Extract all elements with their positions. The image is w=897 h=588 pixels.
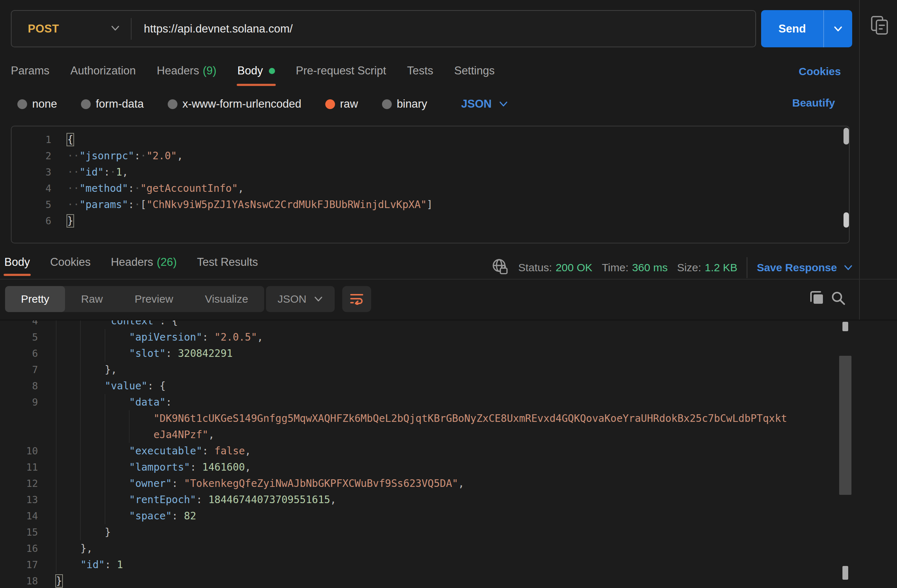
request-language-select[interactable]: JSON bbox=[461, 98, 508, 110]
indent-guide bbox=[80, 524, 81, 540]
copy-response-icon[interactable] bbox=[808, 290, 825, 308]
line-number: 11 bbox=[0, 459, 38, 475]
view-raw[interactable]: Raw bbox=[65, 286, 119, 312]
request-tabs: ParamsAuthorizationHeaders(9)BodyPre-req… bbox=[11, 64, 495, 86]
app-window: POST https://api.devnet.solana.com/ Send… bbox=[0, 0, 897, 588]
response-editor-scrollbar[interactable] bbox=[839, 356, 851, 495]
indent-guide bbox=[80, 443, 81, 459]
save-response-label: Save Response bbox=[757, 261, 837, 274]
code-text: "space": 82 bbox=[56, 508, 897, 524]
request-editor-overview-mark bbox=[843, 212, 849, 228]
indent-guide bbox=[80, 426, 81, 443]
wrap-lines-button[interactable] bbox=[342, 286, 371, 312]
code-text: "context": { bbox=[56, 320, 897, 329]
line-number: 13 bbox=[0, 492, 38, 508]
method-url-divider bbox=[131, 18, 132, 40]
code-line: 4··"method":·"getAccountInfo", bbox=[12, 180, 849, 197]
radio-circle-icon bbox=[168, 99, 178, 109]
indent-guide bbox=[129, 410, 129, 426]
tab-settings[interactable]: Settings bbox=[454, 64, 495, 86]
line-number: 5 bbox=[12, 197, 51, 213]
code-line: 4 "context": { bbox=[0, 320, 897, 329]
code-text: ··"params":·["ChNkv9iW5pZJ1YAsNswC2CrdMU… bbox=[67, 197, 849, 213]
globe-lock-icon bbox=[491, 258, 509, 277]
code-line: 2··"jsonrpc":·"2.0", bbox=[12, 148, 849, 164]
code-line: 10 "executable": false, bbox=[0, 443, 897, 459]
radio-none[interactable]: none bbox=[17, 98, 57, 110]
time-value: 360 ms bbox=[632, 261, 667, 274]
line-number: 8 bbox=[0, 378, 38, 394]
tab-headers[interactable]: Headers(9) bbox=[157, 64, 216, 86]
code-line: 6} bbox=[12, 213, 849, 229]
code-text: "rentEpoch": 18446744073709551615, bbox=[56, 492, 897, 508]
response-body-editor[interactable]: 4 "context": {5 "apiVersion": "2.0.5",6 … bbox=[0, 320, 897, 588]
radio-x-www-form-urlencoded[interactable]: x-www-form-urlencoded bbox=[168, 98, 302, 110]
code-line: 5··"params":·["ChNkv9iW5pZJ1YAsNswC2CrdM… bbox=[12, 197, 849, 213]
tab-pre-request-script[interactable]: Pre-request Script bbox=[296, 64, 386, 86]
radio-form-data[interactable]: form-data bbox=[81, 98, 144, 110]
indent-guide bbox=[56, 443, 57, 459]
line-number: 6 bbox=[0, 345, 38, 362]
code-text: "data": bbox=[56, 394, 897, 410]
request-editor-scrollbar[interactable] bbox=[843, 128, 849, 145]
line-number: 1 bbox=[12, 131, 51, 148]
method-select[interactable]: POST bbox=[12, 22, 131, 35]
code-text: "value": { bbox=[56, 378, 897, 394]
tab-cookies[interactable]: Cookies bbox=[50, 256, 91, 276]
tab-body[interactable]: Body bbox=[5, 256, 30, 276]
line-number: 4 bbox=[0, 320, 38, 329]
tab-headers[interactable]: Headers(26) bbox=[111, 256, 177, 276]
save-response-button[interactable]: Save Response bbox=[757, 261, 853, 274]
response-language-select[interactable]: JSON bbox=[266, 286, 335, 312]
indent-guide bbox=[80, 475, 81, 492]
url-input[interactable]: https://api.devnet.solana.com/ bbox=[144, 22, 293, 35]
view-pretty[interactable]: Pretty bbox=[5, 286, 65, 312]
radio-circle-icon bbox=[325, 99, 335, 109]
radio-raw[interactable]: raw bbox=[325, 98, 358, 110]
tab-authorization[interactable]: Authorization bbox=[70, 64, 136, 86]
code-text: ··"id":·1, bbox=[67, 164, 849, 180]
request-body-editor[interactable]: 1{2··"jsonrpc":·"2.0",3··"id":·1,4··"met… bbox=[11, 126, 850, 243]
line-number: 9 bbox=[0, 394, 38, 410]
code-text: { bbox=[67, 131, 849, 148]
response-meta-row: Status: 200 OK Time: 360 ms Size: 1.2 KB… bbox=[491, 257, 853, 278]
cookies-link[interactable]: Cookies bbox=[799, 66, 841, 78]
code-text: "lamports": 1461600, bbox=[56, 459, 897, 475]
radio-binary[interactable]: binary bbox=[382, 98, 427, 110]
unsaved-dot-icon bbox=[269, 68, 275, 74]
tab-body[interactable]: Body bbox=[237, 64, 275, 86]
indent-guide bbox=[105, 426, 105, 443]
code-line: 8 "value": { bbox=[0, 378, 897, 394]
line-number: 6 bbox=[12, 213, 51, 229]
code-text: "executable": false, bbox=[56, 443, 897, 459]
search-response-icon[interactable] bbox=[830, 290, 846, 308]
indent-guide bbox=[56, 410, 57, 426]
view-visualize[interactable]: Visualize bbox=[189, 286, 264, 312]
indent-guide bbox=[56, 362, 57, 378]
indent-guide bbox=[105, 345, 105, 362]
line-number: 16 bbox=[0, 540, 38, 557]
tab-params[interactable]: Params bbox=[11, 64, 49, 86]
status-value: 200 OK bbox=[556, 261, 592, 274]
tab-tests[interactable]: Tests bbox=[407, 64, 433, 86]
response-overview-mark-bottom bbox=[842, 566, 848, 580]
indent-guide bbox=[56, 320, 57, 329]
code-text: }, bbox=[56, 540, 897, 557]
size-value: 1.2 KB bbox=[705, 261, 737, 274]
send-button[interactable]: Send bbox=[761, 10, 852, 47]
code-text: }, bbox=[56, 362, 897, 378]
code-text: ··"jsonrpc":·"2.0", bbox=[67, 148, 849, 164]
layout-panes-icon[interactable] bbox=[870, 15, 889, 37]
chevron-down-icon bbox=[110, 24, 121, 33]
send-options-button[interactable] bbox=[824, 26, 852, 32]
beautify-link[interactable]: Beautify bbox=[792, 97, 835, 109]
response-view-switcher: PrettyRawPreviewVisualize bbox=[5, 286, 264, 312]
indent-guide bbox=[56, 394, 57, 410]
line-number: 4 bbox=[12, 180, 51, 197]
response-language-value: JSON bbox=[277, 293, 306, 305]
code-line: 1{ bbox=[12, 131, 849, 148]
code-line: eJa4NPzf", bbox=[0, 426, 897, 443]
code-line: 16 }, bbox=[0, 540, 897, 557]
tab-test-results[interactable]: Test Results bbox=[197, 256, 258, 276]
view-preview[interactable]: Preview bbox=[119, 286, 189, 312]
